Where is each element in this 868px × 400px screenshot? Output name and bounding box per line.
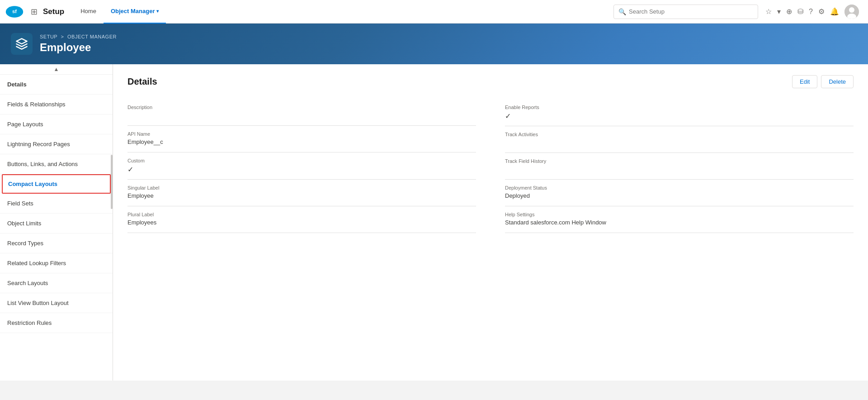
enable-reports-label: Enable Reports [505,105,854,110]
track-field-history-label: Track Field History [505,158,854,164]
detail-col-right: Enable Reports ✓ Track Activities Track … [491,99,854,233]
track-activities-row: Track Activities [505,126,854,153]
top-navigation: sf ⊞ Setup Home Object Manager ▾ 🔍 ☆ ▾ ⊕… [0,0,868,24]
edit-button[interactable]: Edit [792,75,817,88]
sidebar-item-object-limits[interactable]: Object Limits [0,214,113,233]
apps-grid-icon[interactable]: ⊞ [31,7,38,17]
content-actions: Edit Delete [792,75,854,88]
sidebar-item-list-view-button-layout[interactable]: List View Button Layout [0,293,113,313]
sidebar-item-record-types[interactable]: Record Types [0,233,113,253]
settings-icon[interactable]: ⚙ [818,7,825,16]
enable-reports-row: Enable Reports ✓ [505,99,854,126]
sidebar-item-lightning-record-pages[interactable]: Lightning Record Pages [0,134,113,154]
sidebar-item-compact-layouts[interactable]: Compact Layouts [2,174,111,194]
scroll-indicator [111,155,113,209]
api-name-row: API Name Employee__c [127,126,476,152]
detail-col-left: Description API Name Employee__c Custom … [127,99,491,233]
sidebar-item-fields-relationships[interactable]: Fields & Relationships [0,95,113,114]
sidebar-item-page-layouts[interactable]: Page Layouts [0,114,113,134]
breadcrumb-separator: > [61,34,64,39]
sidebar-item-buttons-links-actions[interactable]: Buttons, Links, and Actions [0,154,113,174]
help-settings-label: Help Settings [505,212,854,217]
sidebar-item-related-lookup-filters[interactable]: Related Lookup Filters [0,253,113,273]
main-content: ▲ Details Fields & Relationships Page La… [0,64,868,381]
search-icon: 🔍 [618,8,626,15]
details-section: Description API Name Employee__c Custom … [127,99,854,233]
avatar[interactable] [844,5,859,19]
content-header: Details Edit Delete [127,75,854,88]
description-value [127,112,476,120]
help-setup-icon[interactable]: ⛁ [797,7,803,16]
plural-label-value: Employees [127,219,476,227]
salesforce-logo[interactable]: sf [5,3,24,21]
api-name-label: API Name [127,131,476,137]
enable-reports-value: ✓ [505,112,854,120]
app-name: Setup [43,7,64,16]
track-activities-label: Track Activities [505,132,854,137]
content-title: Details [127,76,157,87]
search-box: 🔍 [613,5,758,19]
help-icon[interactable]: ? [809,8,813,16]
deployment-status-label: Deployment Status [505,185,854,190]
breadcrumb: SETUP > OBJECT MANAGER [40,34,117,39]
deployment-status-row: Deployment Status Deployed [505,180,854,206]
sidebar-item-restriction-rules[interactable]: Restriction Rules [0,313,113,333]
singular-label-value: Employee [127,192,476,200]
add-icon[interactable]: ⊕ [786,7,792,16]
object-title: Employee [40,41,117,54]
custom-value: ✓ [127,165,476,174]
top-nav-actions: ☆ ▾ ⊕ ⛁ ? ⚙ 🔔 [765,5,863,19]
custom-label: Custom [127,158,476,163]
plural-label-label: Plural Label [127,212,476,217]
breadcrumb-object-manager[interactable]: OBJECT MANAGER [67,34,117,39]
search-input[interactable] [629,8,753,15]
content-area: Details Edit Delete Description API Name… [113,64,868,381]
api-name-value: Employee__c [127,138,476,147]
help-settings-row: Help Settings Standard salesforce.com He… [505,206,854,233]
plural-label-row: Plural Label Employees [127,206,476,233]
svg-point-3 [849,7,854,13]
nav-home[interactable]: Home [73,0,104,24]
chevron-down-icon: ▾ [156,9,159,14]
breadcrumb-setup[interactable]: SETUP [40,34,57,39]
sidebar-item-field-sets[interactable]: Field Sets [0,194,113,214]
deployment-status-value: Deployed [505,192,854,200]
object-header: SETUP > OBJECT MANAGER Employee [0,24,868,64]
track-field-history-row: Track Field History [505,153,854,180]
object-icon [11,33,33,55]
help-settings-value: Standard salesforce.com Help Window [505,219,854,227]
sidebar: ▲ Details Fields & Relationships Page La… [0,64,113,381]
scroll-up-button[interactable]: ▲ [54,66,59,72]
singular-label-row: Singular Label Employee [127,180,476,206]
layers-icon [15,38,28,50]
search-container: 🔍 [613,5,758,19]
custom-row: Custom ✓ [127,152,476,180]
track-activities-value [505,139,854,147]
sidebar-item-search-layouts[interactable]: Search Layouts [0,273,113,293]
sidebar-scroll-up[interactable]: ▲ [0,64,113,75]
sidebar-item-details[interactable]: Details [0,75,113,95]
nav-object-manager[interactable]: Object Manager ▾ [104,0,166,24]
description-row: Description [127,99,476,126]
description-label: Description [127,105,476,110]
notifications-icon[interactable]: 🔔 [830,7,839,16]
svg-text:sf: sf [12,9,17,14]
dropdown-icon[interactable]: ▾ [777,7,781,16]
delete-button[interactable]: Delete [821,75,854,88]
nav-links: Home Object Manager ▾ [73,0,606,24]
singular-label-label: Singular Label [127,185,476,190]
favorite-star-icon[interactable]: ☆ [765,7,772,16]
track-field-history-value [505,166,854,174]
object-header-text: SETUP > OBJECT MANAGER Employee [40,34,117,54]
